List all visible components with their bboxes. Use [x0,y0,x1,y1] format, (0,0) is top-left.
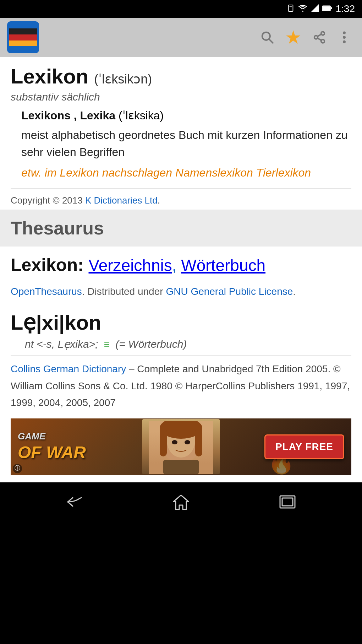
share-button[interactable] [312,30,327,44]
copyright-link[interactable]: K Dictionaries Ltd [85,195,158,206]
recents-button[interactable] [279,494,296,513]
svg-line-11 [318,38,322,40]
inflect-icon: ≡ [104,339,110,350]
openthesaurus-link[interactable]: OpenThesaurus [11,286,82,297]
battery-icon [322,5,332,13]
entry-pos: substantiv sächlich [11,91,351,103]
thesaurus-links: Verzeichnis, Wörterbuch [89,256,266,275]
star-icon: ★ [285,27,302,48]
status-icons: 1:32 [287,3,355,15]
status-bar: 1:32 [0,0,362,18]
svg-point-21 [172,440,177,444]
toolbar: ★ [0,18,362,57]
svg-line-7 [269,39,273,43]
thesaurus-entry: Lexikon: Verzeichnis, Wörterbuch [11,254,351,277]
svg-rect-26 [282,498,293,506]
entry2-def-inline: (= Wörterbuch) [115,338,187,350]
german-flag [9,28,37,46]
signal-icon [311,4,319,14]
svg-point-14 [343,36,346,39]
svg-rect-1 [289,6,292,6]
collins-source: Collins German Dictionary – Complete and… [11,355,351,411]
entry-pronunciation: (ˈlɛksikɔn) [94,72,152,86]
more-button[interactable] [337,30,351,44]
thesaurus-link-2[interactable]: Wörterbuch [181,256,265,275]
license-link[interactable]: GNU General Public License [166,286,293,297]
svg-rect-20 [195,428,202,456]
back-icon [66,495,83,512]
copyright-end: . [158,195,160,206]
svg-marker-2 [311,4,319,12]
svg-rect-0 [288,5,293,11]
entry-section: Lexikon (ˈlɛksikɔn) substantiv sächlich … [11,64,351,206]
home-button[interactable] [172,494,190,513]
entry-copyright: Copyright © 2013 K Dictionaries Ltd. [11,188,351,206]
app-icon [7,21,39,53]
entry-forms-pron: (ˈlɛksika) [119,109,164,122]
ad-play-button[interactable]: PLAY FREE [264,434,344,459]
entry-example: etw. im Lexikon nachschlagen Namenslexik… [11,164,351,181]
flag-gold [9,40,37,47]
wifi-icon [298,4,307,14]
thesaurus-header: Thesaurus [0,210,362,247]
svg-rect-4 [322,6,330,10]
main-content: Lexikon (ˈlɛksikɔn) substantiv sächlich … [0,57,362,482]
svg-rect-19 [160,428,167,456]
more-icon [337,30,351,44]
svg-point-22 [185,440,190,444]
search-icon [260,30,274,44]
ad-game-of: GAME [18,431,86,442]
entry-word: Lexikon (ˈlɛksikɔn) [11,64,351,89]
thesaurus-link-1[interactable]: Verzeichnis [89,256,172,275]
license-end: . [293,286,296,297]
recents-icon [279,494,296,513]
entry-definition: meist alphabetisch geordnetes Buch mit k… [11,126,351,161]
thesaurus-word: Lexikon: [11,255,84,275]
entry-forms: Lexikons , Lexika (ˈlɛksika) [11,109,351,122]
search-button[interactable] [260,30,274,44]
favorite-button[interactable]: ★ [285,27,302,48]
entry-forms-bold: Lexikons , Lexika [21,109,115,122]
phone-icon [287,4,295,14]
ad-info-icon[interactable]: ⓘ [13,464,22,473]
svg-marker-24 [174,495,188,509]
thesaurus-source: OpenThesaurus. Distributed under GNU Gen… [11,284,351,300]
toolbar-actions: ★ [39,27,355,48]
collins-link[interactable]: Collins German Dictionary [11,363,126,374]
svg-point-15 [343,40,346,43]
svg-line-12 [318,34,322,36]
ad-game-title: GAME OF WAR [18,431,86,462]
entry2-word: Lẹ|xi|kon [11,310,351,335]
home-icon [172,494,190,513]
ad-character-face [149,421,213,474]
flag-black [9,28,37,34]
bottom-nav [0,482,362,525]
copyright-text: Copyright © 2013 [11,195,83,206]
ad-game-war: OF WAR [18,442,86,463]
source-text: . Distributed under [82,286,166,297]
thesaurus-title: Thesaurus [11,218,104,238]
thesaurus-section: Lexikon: Verzeichnis, Wörterbuch OpenThe… [11,254,351,300]
ad-banner[interactable]: GAME OF WAR [11,418,351,475]
svg-point-13 [343,31,346,34]
entry2-inflect-text: nt <-s, Lẹxika>; [25,338,98,350]
entry-headword: Lexikon [11,65,88,88]
entry2-section: Lẹ|xi|kon nt <-s, Lẹxika>; ≡ (= Wörter… [11,310,351,411]
status-time: 1:32 [336,3,355,15]
link-separator: , [172,256,177,275]
entry2-inflection: nt <-s, Lẹxika>; ≡ (= Wörterbuch) [11,338,351,350]
svg-rect-5 [330,7,332,9]
flag-red [9,34,37,40]
back-button[interactable] [66,495,83,512]
ad-character [142,419,220,474]
svg-rect-23 [163,460,199,474]
share-icon [312,30,327,44]
